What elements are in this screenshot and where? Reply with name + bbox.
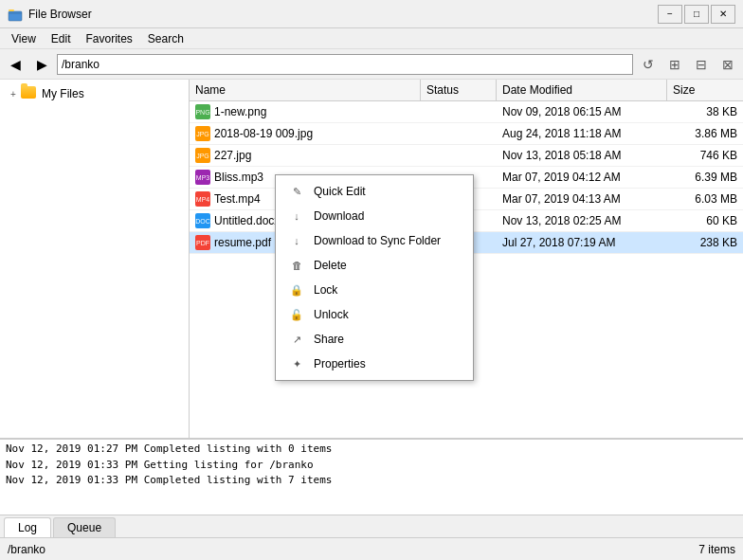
tab-log[interactable]: Log bbox=[4, 517, 51, 538]
file-size-cell: 3.86 MB bbox=[667, 123, 743, 144]
ctx-icon-share: ↗ bbox=[287, 332, 306, 347]
ctx-item-label: Share bbox=[314, 333, 344, 346]
menu-item-edit[interactable]: Edit bbox=[44, 30, 79, 47]
file-size-cell: 746 KB bbox=[667, 145, 743, 166]
table-row[interactable]: PNG1-new.pngNov 09, 2018 06:15 AM38 KB bbox=[190, 101, 743, 123]
menu-item-view[interactable]: View bbox=[4, 30, 44, 47]
address-bar[interactable] bbox=[57, 54, 633, 75]
file-date-cell: Aug 24, 2018 11:18 AM bbox=[497, 123, 667, 144]
ctx-icon-download: ↓ bbox=[287, 208, 306, 224]
file-type-icon: DOC bbox=[195, 213, 210, 228]
forward-button[interactable]: ▶ bbox=[30, 53, 53, 76]
log-line: Nov 12, 2019 01:33 PM Getting listing fo… bbox=[6, 458, 737, 474]
ctx-icon-lock: 🔒 bbox=[287, 282, 306, 298]
ctx-item-download[interactable]: ↓Download bbox=[276, 204, 473, 228]
file-list-header: NameStatusDate ModifiedSize bbox=[190, 80, 743, 101]
file-status-cell bbox=[421, 145, 497, 166]
sidebar: + My Files bbox=[0, 80, 190, 438]
ctx-icon-download-sync: ↓ bbox=[287, 233, 306, 248]
ctx-item-quick-edit[interactable]: ✎Quick Edit bbox=[276, 179, 473, 204]
file-list-container: NameStatusDate ModifiedSize PNG1-new.png… bbox=[190, 80, 743, 438]
ctx-item-label: Quick Edit bbox=[314, 185, 366, 198]
table-row[interactable]: JPG2018-08-19 009.jpgAug 24, 2018 11:18 … bbox=[190, 123, 743, 145]
ctx-item-label: Unlock bbox=[314, 308, 349, 321]
ctx-item-label: Lock bbox=[314, 283, 337, 297]
tab-bar: LogQueue bbox=[0, 515, 743, 537]
status-items: 7 items bbox=[698, 543, 735, 556]
file-size-cell: 238 KB bbox=[667, 232, 743, 253]
ctx-item-lock[interactable]: 🔒Lock bbox=[276, 278, 473, 302]
title-bar: File Browser − □ ✕ bbox=[0, 0, 743, 28]
window-controls: − □ ✕ bbox=[658, 5, 735, 24]
folder-icon bbox=[21, 86, 38, 101]
toolbar-btn3[interactable]: ⊠ bbox=[716, 53, 739, 76]
file-type-icon: JPG bbox=[195, 148, 210, 163]
ctx-item-share[interactable]: ↗Share bbox=[276, 327, 473, 352]
file-name: resume.pdf bbox=[214, 236, 271, 249]
back-button[interactable]: ◀ bbox=[4, 53, 27, 76]
file-name-cell: JPG227.jpg bbox=[190, 145, 421, 166]
col-header-name[interactable]: Name bbox=[190, 80, 421, 100]
status-path: /branko bbox=[8, 543, 45, 556]
file-name: 2018-08-19 009.jpg bbox=[214, 127, 313, 140]
ctx-item-label: Download bbox=[314, 209, 364, 223]
toolbar-btn2[interactable]: ⊟ bbox=[690, 53, 713, 76]
sidebar-item-myfiles[interactable]: + My Files bbox=[0, 83, 189, 104]
file-size-cell: 60 KB bbox=[667, 210, 743, 231]
col-header-date[interactable]: Date Modified bbox=[497, 80, 667, 100]
menu-item-favorites[interactable]: Favorites bbox=[78, 30, 139, 47]
ctx-item-label: Properties bbox=[314, 357, 366, 370]
toolbar: ◀ ▶ ↺ ⊞ ⊟ ⊠ bbox=[0, 49, 743, 80]
ctx-item-delete[interactable]: 🗑Delete bbox=[276, 253, 473, 278]
maximize-button[interactable]: □ bbox=[684, 5, 709, 24]
file-name-cell: JPG2018-08-19 009.jpg bbox=[190, 123, 421, 144]
file-name: 227.jpg bbox=[214, 149, 251, 162]
table-row[interactable]: JPG227.jpgNov 13, 2018 05:18 AM746 KB bbox=[190, 145, 743, 167]
status-bar: /branko 7 items bbox=[0, 537, 743, 560]
context-menu: ✎Quick Edit↓Download↓Download to Sync Fo… bbox=[275, 174, 474, 381]
file-name: 1-new.png bbox=[214, 105, 266, 118]
file-name: Bliss.mp3 bbox=[214, 171, 263, 184]
file-type-icon: PNG bbox=[195, 104, 210, 119]
file-name-cell: PNG1-new.png bbox=[190, 101, 421, 122]
close-button[interactable]: ✕ bbox=[711, 5, 735, 24]
minimize-button[interactable]: − bbox=[658, 5, 682, 24]
file-type-icon: MP4 bbox=[195, 191, 210, 207]
file-date-cell: Jul 27, 2018 07:19 AM bbox=[497, 232, 667, 253]
file-date-cell: Nov 13, 2018 05:18 AM bbox=[497, 145, 667, 166]
app-title: File Browser bbox=[28, 8, 658, 21]
ctx-item-download-sync[interactable]: ↓Download to Sync Folder bbox=[276, 228, 473, 253]
log-line: Nov 12, 2019 01:33 PM Completed listing … bbox=[6, 473, 737, 489]
sidebar-tree: + My Files bbox=[0, 80, 189, 108]
refresh-button[interactable]: ↺ bbox=[637, 53, 660, 76]
menu-bar: ViewEditFavoritesSearch bbox=[0, 28, 743, 49]
file-date-cell: Nov 13, 2018 02:25 AM bbox=[497, 210, 667, 231]
main-area: + My Files NameStatusDate ModifiedSize P… bbox=[0, 80, 743, 439]
col-header-status[interactable]: Status bbox=[421, 80, 497, 100]
ctx-item-label: Download to Sync Folder bbox=[314, 234, 441, 247]
ctx-item-properties[interactable]: ✦Properties bbox=[276, 352, 473, 376]
sidebar-item-label: My Files bbox=[42, 87, 84, 100]
file-size-cell: 38 KB bbox=[667, 101, 743, 122]
ctx-icon-properties: ✦ bbox=[287, 356, 306, 371]
log-line: Nov 12, 2019 01:27 PM Completed listing … bbox=[6, 442, 737, 458]
ctx-item-unlock[interactable]: 🔓Unlock bbox=[276, 302, 473, 327]
ctx-icon-unlock: 🔓 bbox=[287, 307, 306, 322]
file-status-cell bbox=[421, 123, 497, 144]
file-type-icon: PDF bbox=[195, 235, 210, 250]
file-type-icon: MP3 bbox=[195, 170, 210, 185]
svg-rect-0 bbox=[9, 11, 22, 21]
toolbar-btn1[interactable]: ⊞ bbox=[663, 53, 686, 76]
file-name: Test.mp4 bbox=[214, 192, 261, 206]
file-size-cell: 6.03 MB bbox=[667, 189, 743, 209]
log-area: Nov 12, 2019 01:27 PM Completed listing … bbox=[0, 439, 743, 515]
ctx-item-label: Delete bbox=[314, 259, 347, 272]
file-size-cell: 6.39 MB bbox=[667, 167, 743, 188]
svg-rect-1 bbox=[9, 9, 14, 11]
menu-item-search[interactable]: Search bbox=[140, 30, 191, 47]
col-header-size[interactable]: Size bbox=[667, 80, 743, 100]
app-icon bbox=[8, 7, 23, 22]
tab-queue[interactable]: Queue bbox=[53, 517, 116, 537]
file-type-icon: JPG bbox=[195, 126, 210, 141]
expand-icon: + bbox=[6, 86, 21, 101]
